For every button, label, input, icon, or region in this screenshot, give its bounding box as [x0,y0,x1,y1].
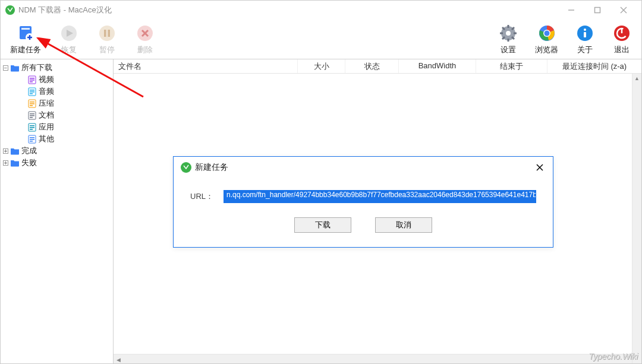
new-task-icon [15,23,36,43]
sidebar-item-2[interactable]: 音频 [1,86,113,97]
toolbar: 新建任务 恢复 暂停 删除 设置 [1,20,641,59]
exit-label: 退出 [614,45,630,55]
svg-rect-53 [30,125,34,126]
sidebar-item-label: 压缩 [39,98,54,109]
new-task-dialog: 新建任务 URL： n.qq.com/ftn_handler/49274bbb3… [173,156,553,248]
sidebar-item-6[interactable]: 其他 [1,133,113,145]
svg-rect-55 [30,129,33,130]
sidebar-item-label: 文档 [39,110,54,121]
svg-rect-54 [30,127,34,128]
file-icon [27,75,37,84]
new-task-button[interactable]: 新建任务 [10,23,41,55]
svg-rect-51 [30,117,33,118]
svg-rect-13 [108,30,111,37]
svg-rect-57 [30,137,34,138]
file-icon [27,123,37,131]
dialog-title: 新建任务 [195,162,228,173]
resume-button[interactable]: 恢复 [59,23,79,55]
file-icon [27,87,37,96]
sidebar-item-3[interactable]: 压缩 [1,97,113,109]
delete-button[interactable]: 删除 [135,23,155,55]
sidebar-item-0[interactable]: −所有下载 [1,62,113,74]
about-icon [575,23,595,43]
sidebar-item-5[interactable]: 应用 [1,121,113,133]
svg-rect-41 [30,90,34,91]
svg-rect-12 [104,30,106,37]
svg-rect-5 [21,28,30,30]
tree-toggle-icon[interactable]: + [3,160,8,166]
about-button[interactable]: 关于 [575,23,595,55]
col-status[interactable]: 状态 [345,59,399,73]
folder-icon [10,147,20,155]
svg-rect-47 [30,105,33,106]
tree-toggle-icon[interactable]: − [3,65,8,71]
col-size[interactable]: 大小 [298,59,345,73]
svg-rect-37 [30,78,34,79]
svg-rect-45 [30,102,34,103]
svg-rect-38 [30,80,34,81]
file-icon [27,99,37,107]
col-filename[interactable]: 文件名 [114,59,298,73]
tree-toggle-icon[interactable]: + [3,148,8,154]
svg-point-11 [99,26,115,41]
resume-icon [59,23,79,43]
table-header: 文件名 大小 状态 BandWidth 结束于 最近连接时间 (z-a) [114,59,641,74]
vertical-scrollbar[interactable]: ▲ [632,74,641,363]
cancel-button[interactable]: 取消 [375,217,432,233]
sidebar-item-label: 视频 [39,74,54,85]
pause-button[interactable]: 暂停 [97,23,117,55]
svg-rect-50 [30,115,34,116]
exit-button[interactable]: 退出 [612,23,632,55]
delete-icon [135,23,155,43]
sidebar-item-label: 失败 [21,157,37,168]
file-icon [27,111,37,119]
pause-label: 暂停 [99,45,115,55]
delete-label: 删除 [137,45,153,55]
svg-rect-59 [30,141,33,142]
folder-icon [10,64,20,72]
sidebar-item-label: 完成 [21,145,37,156]
browser-label: 浏览器 [535,45,558,55]
browser-icon [537,23,557,43]
col-bandwidth[interactable]: BandWidth [399,59,476,73]
horizontal-scrollbar[interactable]: ◀ [114,354,632,363]
exit-icon [612,23,632,43]
svg-point-18 [506,31,511,36]
sidebar: −所有下载视频音频压缩文档应用其他+完成+失败 [1,59,114,363]
svg-point-31 [584,29,586,31]
settings-button[interactable]: 设置 [498,23,518,55]
dialog-titlebar: 新建任务 [174,157,553,178]
resume-label: 恢复 [61,45,77,55]
sidebar-item-1[interactable]: 视频 [1,74,113,86]
folder-icon [10,159,20,167]
col-recent[interactable]: 最近连接时间 (z-a) [547,59,641,73]
svg-rect-58 [30,139,34,140]
download-button[interactable]: 下载 [294,217,351,233]
svg-rect-43 [30,93,33,94]
svg-rect-32 [584,32,586,37]
svg-point-29 [544,31,549,36]
sidebar-item-4[interactable]: 文档 [1,109,113,121]
svg-rect-1 [595,8,600,13]
window-title: NDM 下载器 - MacAce汉化 [18,5,112,15]
url-input[interactable]: n.qq.com/ftn_handler/49274bbb34e60b9b8b7… [224,190,536,203]
dialog-icon [181,162,191,173]
window-controls [558,2,637,18]
settings-icon [498,23,518,43]
sidebar-item-7[interactable]: +完成 [1,145,113,157]
dialog-close-button[interactable] [534,162,546,173]
new-task-label: 新建任务 [10,45,41,55]
close-button[interactable] [610,2,637,18]
sidebar-item-8[interactable]: +失败 [1,157,113,169]
pause-icon [97,23,117,43]
svg-rect-42 [30,91,34,93]
browser-button[interactable]: 浏览器 [535,23,558,55]
minimize-button[interactable] [558,2,584,18]
svg-rect-39 [30,81,33,83]
col-end[interactable]: 结束于 [476,59,547,73]
sidebar-item-label: 应用 [39,122,54,132]
url-label: URL： [190,191,218,202]
sidebar-item-label: 所有下载 [21,62,52,73]
maximize-button[interactable] [584,2,610,18]
svg-rect-46 [30,103,34,105]
